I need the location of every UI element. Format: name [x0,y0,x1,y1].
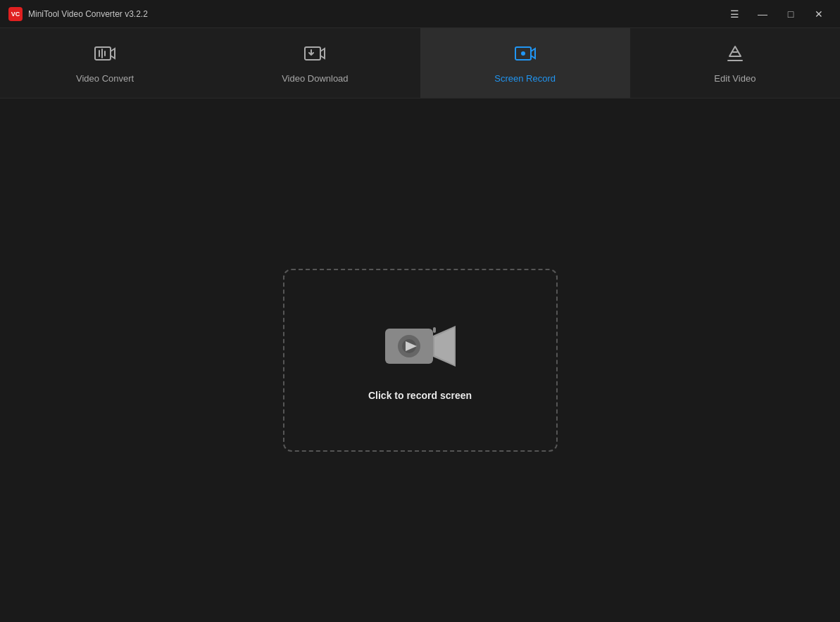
nav-tabs: Video Convert Video Download Screen Reco… [0,28,840,99]
tab-video-convert[interactable]: Video Convert [0,28,210,98]
close-button[interactable]: ✕ [806,4,832,24]
app-logo: VC [8,7,23,21]
title-bar-controls: ☰ — □ ✕ [722,4,832,24]
screen-record-icon [514,42,537,68]
app-title: MiniTool Video Converter v3.2.2 [28,9,148,19]
video-download-icon [303,42,326,68]
tab-video-download[interactable]: Video Download [210,28,420,98]
tab-screen-record[interactable]: Screen Record [420,28,630,98]
minimize-button[interactable]: — [750,4,775,24]
tab-edit-video-label: Edit Video [714,73,756,84]
title-bar: VC MiniTool Video Converter v3.2.2 ☰ — □… [0,0,840,28]
record-prompt-label: Click to record screen [368,390,472,401]
main-content: Click to record screen [0,99,840,622]
maximize-button[interactable]: □ [778,4,803,24]
title-bar-left: VC MiniTool Video Converter v3.2.2 [8,7,148,21]
menu-button[interactable]: ☰ [722,4,747,24]
tab-screen-record-label: Screen Record [494,73,556,84]
video-convert-icon [94,42,116,68]
svg-rect-8 [433,327,436,333]
tab-edit-video[interactable]: Edit Video [630,28,840,98]
edit-video-icon [724,42,746,68]
svg-point-3 [521,51,525,56]
tab-video-download-label: Video Download [282,73,348,84]
record-camera-icon [382,320,459,376]
record-area[interactable]: Click to record screen [283,269,558,452]
tab-video-convert-label: Video Convert [76,73,134,84]
